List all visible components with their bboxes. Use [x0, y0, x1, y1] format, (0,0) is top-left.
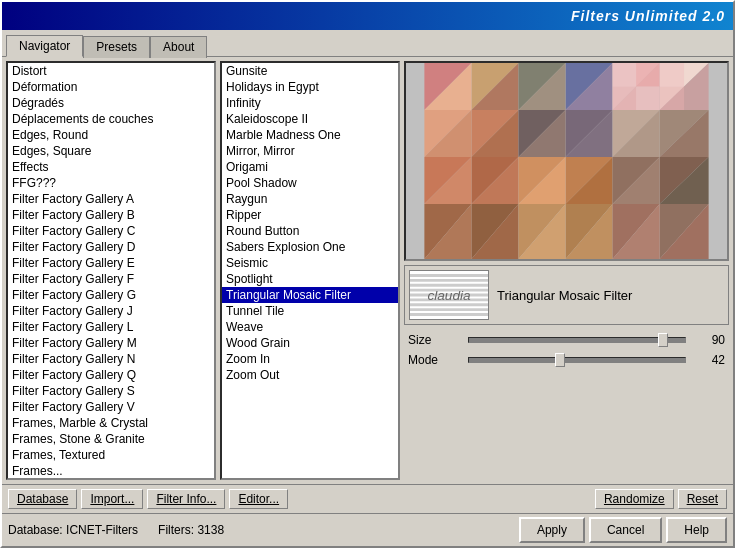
list-item[interactable]: Raygun: [222, 191, 398, 207]
list-item[interactable]: Déformation: [8, 79, 214, 95]
list-item[interactable]: Dégradés: [8, 95, 214, 111]
list-item[interactable]: Filter Factory Gallery L: [8, 319, 214, 335]
help-button[interactable]: Help: [666, 517, 727, 543]
svg-rect-16: [636, 87, 660, 111]
right-panel: claudia Triangular Mosaic Filter Size 90…: [404, 61, 729, 480]
tab-bar: Navigator Presets About: [2, 30, 733, 57]
list-item[interactable]: Mirror, Mirror: [222, 143, 398, 159]
editor-button[interactable]: Editor...: [229, 489, 288, 509]
list-item[interactable]: Frames, Textured: [8, 447, 214, 463]
slider-row-size: Size 90: [408, 333, 725, 347]
list-item[interactable]: Filter Factory Gallery V: [8, 399, 214, 415]
list-item[interactable]: Origami: [222, 159, 398, 175]
list-item[interactable]: Filter Factory Gallery G: [8, 287, 214, 303]
list-item[interactable]: Zoom In: [222, 351, 398, 367]
main-content: Distort Déformation Dégradés Déplacement…: [2, 57, 733, 484]
list-item[interactable]: Round Button: [222, 223, 398, 239]
database-button[interactable]: Database: [8, 489, 77, 509]
svg-rect-17: [660, 87, 685, 111]
list-item[interactable]: Frames...: [8, 463, 214, 479]
list-item[interactable]: Edges, Square: [8, 143, 214, 159]
list-item[interactable]: Filter Factory Gallery J: [8, 303, 214, 319]
list-item[interactable]: Sabers Explosion One: [222, 239, 398, 255]
apply-button[interactable]: Apply: [519, 517, 585, 543]
svg-rect-14: [660, 63, 685, 87]
slider-label-size: Size: [408, 333, 468, 347]
filter-name: Triangular Mosaic Filter: [497, 288, 632, 303]
list-item[interactable]: Edges, Round: [8, 127, 214, 143]
middle-panel[interactable]: Gunsite Holidays in Egypt Infinity Kalei…: [220, 61, 400, 480]
list-item[interactable]: Filter Factory Gallery S: [8, 383, 214, 399]
left-panel[interactable]: Distort Déformation Dégradés Déplacement…: [6, 61, 216, 480]
status-bar: Database: ICNET-Filters Filters: 3138 Ap…: [2, 513, 733, 546]
filter-info-panel: claudia Triangular Mosaic Filter: [404, 265, 729, 325]
list-item[interactable]: Effects: [8, 159, 214, 175]
list-item[interactable]: Filter Factory Gallery Q: [8, 367, 214, 383]
list-item[interactable]: Ripper: [222, 207, 398, 223]
list-item-ffga[interactable]: Filter Factory Gallery A: [8, 191, 214, 207]
action-buttons: Apply Cancel Help: [519, 517, 727, 543]
list-item[interactable]: Frames, Stone & Granite: [8, 431, 214, 447]
list-item[interactable]: Kaleidoscope II: [222, 111, 398, 127]
list-item[interactable]: Gunsite: [222, 63, 398, 79]
svg-rect-13: [636, 63, 660, 87]
list-item[interactable]: Filter Factory Gallery F: [8, 271, 214, 287]
list-item[interactable]: Marble Madness One: [222, 127, 398, 143]
list-item[interactable]: Spotlight: [222, 271, 398, 287]
tab-presets[interactable]: Presets: [83, 36, 150, 58]
svg-rect-15: [613, 87, 637, 111]
slider-size[interactable]: [468, 337, 686, 343]
slider-thumb-mode[interactable]: [555, 353, 565, 367]
list-item[interactable]: Frames, Marble & Crystal: [8, 415, 214, 431]
list-item[interactable]: Tunnel Tile: [222, 303, 398, 319]
list-item[interactable]: Wood Grain: [222, 335, 398, 351]
tab-about[interactable]: About: [150, 36, 207, 58]
list-item[interactable]: Filter Factory Gallery E: [8, 255, 214, 271]
list-item[interactable]: Distort: [8, 63, 214, 79]
list-item[interactable]: FFG???: [8, 175, 214, 191]
slider-label-mode: Mode: [408, 353, 468, 367]
preview-area: [404, 61, 729, 261]
slider-row-mode: Mode 42: [408, 353, 725, 367]
filter-info-button[interactable]: Filter Info...: [147, 489, 225, 509]
svg-rect-12: [613, 63, 637, 87]
list-item[interactable]: Filter Factory Gallery D: [8, 239, 214, 255]
reset-button[interactable]: Reset: [678, 489, 727, 509]
list-item[interactable]: Filter Factory Gallery B: [8, 207, 214, 223]
list-item[interactable]: Seismic: [222, 255, 398, 271]
list-item[interactable]: Filter Factory Gallery M: [8, 335, 214, 351]
filters-label: Filters: 3138: [158, 523, 224, 537]
svg-text:claudia: claudia: [427, 288, 471, 303]
randomize-button[interactable]: Randomize: [595, 489, 674, 509]
tab-navigator[interactable]: Navigator: [6, 35, 83, 57]
database-label-text: Database:: [8, 523, 63, 537]
list-item[interactable]: Zoom Out: [222, 367, 398, 383]
slider-thumb-size[interactable]: [658, 333, 668, 347]
sliders-panel: Size 90 Mode 42: [404, 329, 729, 480]
slider-mode[interactable]: [468, 357, 686, 363]
list-item[interactable]: Pool Shadow: [222, 175, 398, 191]
filter-thumbnail: claudia: [409, 270, 489, 320]
list-item-triangular[interactable]: Triangular Mosaic Filter: [222, 287, 398, 303]
list-item[interactable]: Weave: [222, 319, 398, 335]
title-text: Filters Unlimited 2.0: [571, 8, 725, 24]
filters-value: 3138: [197, 523, 224, 537]
cancel-button[interactable]: Cancel: [589, 517, 662, 543]
slider-value-size: 90: [690, 333, 725, 347]
database-label: Database: ICNET-Filters: [8, 523, 138, 537]
list-item[interactable]: Déplacements de couches: [8, 111, 214, 127]
list-item[interactable]: Infinity: [222, 95, 398, 111]
list-item[interactable]: Filter Factory Gallery C: [8, 223, 214, 239]
slider-value-mode: 42: [690, 353, 725, 367]
title-bar: Filters Unlimited 2.0: [2, 2, 733, 30]
import-button[interactable]: Import...: [81, 489, 143, 509]
list-item[interactable]: Holidays in Egypt: [222, 79, 398, 95]
list-item[interactable]: Filter Factory Gallery N: [8, 351, 214, 367]
filters-label-text: Filters:: [158, 523, 194, 537]
bottom-toolbar: Database Import... Filter Info... Editor…: [2, 484, 733, 513]
main-window: Filters Unlimited 2.0 Navigator Presets …: [0, 0, 735, 548]
database-value: ICNET-Filters: [66, 523, 138, 537]
